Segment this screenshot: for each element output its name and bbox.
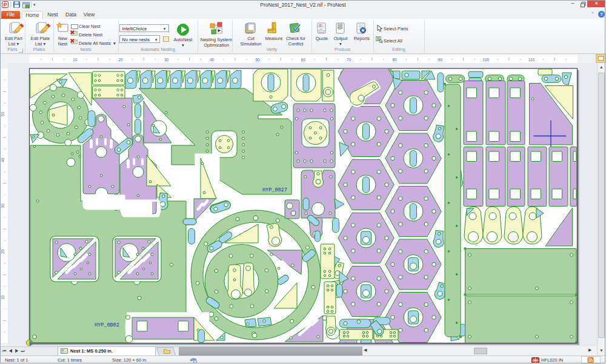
svg-text:20: 20 — [118, 58, 123, 62]
svg-text:M30: M30 — [338, 27, 342, 30]
svg-text:90: 90 — [438, 58, 443, 62]
svg-text:20: 20 — [1, 249, 5, 254]
svg-text:40: 40 — [1, 157, 5, 162]
svg-text:70: 70 — [347, 58, 351, 62]
svg-text:30: 30 — [164, 58, 169, 62]
svg-text:10: 10 — [1, 295, 5, 300]
svg-text:100: 100 — [482, 58, 489, 62]
svg-text:80: 80 — [392, 58, 397, 62]
svg-text:HYP_0027: HYP_0027 — [262, 187, 287, 193]
svg-text:10: 10 — [73, 58, 78, 62]
svg-text:110: 110 — [528, 58, 535, 62]
svg-text:HYP_0B02: HYP_0B02 — [95, 322, 119, 328]
svg-text:30: 30 — [1, 204, 5, 208]
svg-text:50: 50 — [1, 112, 5, 117]
svg-text:60: 60 — [301, 58, 306, 62]
svg-text:50: 50 — [255, 58, 260, 62]
svg-text:40: 40 — [210, 58, 215, 62]
